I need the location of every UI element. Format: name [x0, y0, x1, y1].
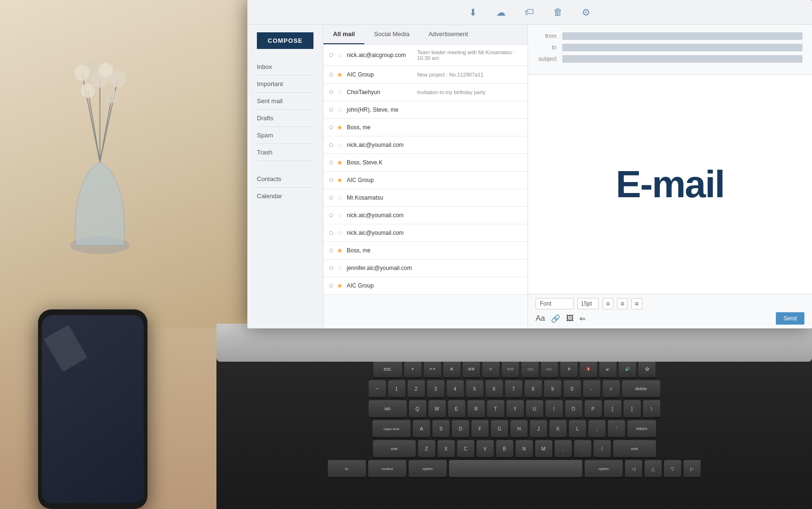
align-center-button[interactable]: ≡ — [617, 298, 627, 309]
key-1[interactable]: 1 — [388, 380, 405, 397]
sidebar-item-drafts[interactable]: Drafts — [257, 110, 313, 127]
key-rbracket[interactable]: ] — [624, 400, 641, 417]
key-f4[interactable]: ⊞⊞ — [463, 360, 480, 377]
font-size-selector[interactable] — [577, 298, 599, 309]
sidebar-item-inbox[interactable]: Inbox — [257, 58, 313, 76]
key-y[interactable]: Y — [507, 400, 524, 417]
star-icon[interactable]: ☆ — [337, 141, 343, 149]
key-equals[interactable]: = — [603, 380, 620, 397]
tab-advertisement[interactable]: Advertisement — [419, 25, 478, 44]
settings-icon[interactable]: ⚙ — [582, 7, 590, 18]
star-icon[interactable]: ☆ — [337, 88, 343, 96]
key-3[interactable]: 3 — [427, 380, 444, 397]
cloud-icon[interactable]: ☁ — [496, 7, 506, 18]
key-esc[interactable]: esc — [373, 360, 402, 377]
key-right[interactable]: ▷ — [684, 460, 701, 477]
key-power[interactable]: ⏻ — [638, 360, 655, 377]
key-slash[interactable]: / — [594, 440, 611, 457]
key-fn[interactable]: fn — [328, 460, 366, 477]
key-f3[interactable]: ⊞ — [443, 360, 460, 377]
key-alt[interactable]: option — [409, 460, 447, 477]
key-q[interactable]: Q — [409, 400, 426, 417]
key-quote[interactable]: ' — [608, 420, 625, 437]
download-icon[interactable]: ⬇ — [469, 7, 477, 18]
key-f6[interactable]: ⊙⊙ — [502, 360, 519, 377]
align-right-button[interactable]: ≡ — [631, 298, 642, 309]
email-row[interactable]: ☆ nick.aic@aicgroup.com Team leader meet… — [323, 45, 528, 66]
key-r[interactable]: R — [468, 400, 485, 417]
key-f11[interactable]: 🔉 — [599, 360, 616, 377]
tag-icon[interactable]: 🏷 — [525, 7, 534, 18]
email-row[interactable]: ★ AIC Group — [323, 172, 528, 189]
trash-icon[interactable]: 🗑 — [553, 7, 563, 18]
key-c[interactable]: C — [457, 440, 474, 457]
email-row[interactable]: ★ AIC Group — [323, 277, 528, 295]
key-backspace[interactable]: delete — [622, 380, 660, 397]
send-button[interactable]: Send — [776, 312, 804, 325]
key-semicolon[interactable]: ; — [588, 420, 606, 437]
key-9[interactable]: 9 — [544, 380, 561, 397]
star-icon[interactable]: ☆ — [337, 194, 343, 202]
key-left[interactable]: ◁ — [625, 460, 642, 477]
star-icon[interactable]: ☆ — [337, 51, 343, 59]
email-row[interactable]: ☆ nick.aic@youmail.com — [323, 207, 528, 224]
to-input[interactable] — [562, 44, 802, 51]
star-icon[interactable]: ★ — [337, 124, 343, 131]
key-0[interactable]: 0 — [564, 380, 581, 397]
key-f5[interactable]: ⊙ — [482, 360, 499, 377]
key-z[interactable]: Z — [418, 440, 435, 457]
key-d[interactable]: D — [452, 420, 469, 437]
email-row[interactable]: ★ AIC Group New project : No.112907a11 — [323, 66, 528, 84]
key-t[interactable]: T — [487, 400, 504, 417]
star-icon[interactable]: ☆ — [337, 211, 343, 219]
key-4[interactable]: 4 — [447, 380, 464, 397]
sidebar-item-trash[interactable]: Trash — [257, 144, 313, 161]
share-icon[interactable]: ⇐ — [579, 314, 586, 323]
sidebar-item-important[interactable]: Important — [257, 76, 313, 93]
key-backtick[interactable]: ~ — [369, 380, 386, 397]
image-icon[interactable]: 🖼 — [566, 314, 574, 323]
key-capslock[interactable]: caps lock — [372, 420, 411, 437]
tab-social-media[interactable]: Social Media — [364, 25, 419, 44]
compose-body[interactable]: E-mail — [528, 75, 812, 294]
key-m[interactable]: M — [535, 440, 552, 457]
key-f9[interactable]: ⏸ — [560, 360, 577, 377]
key-2[interactable]: 2 — [408, 380, 425, 397]
key-u[interactable]: U — [526, 400, 543, 417]
key-o[interactable]: O — [565, 400, 582, 417]
star-icon[interactable]: ★ — [337, 282, 343, 289]
key-ralt[interactable]: option — [585, 460, 623, 477]
sidebar-item-sentmail[interactable]: Sent mail — [257, 93, 313, 110]
star-icon[interactable]: ★ — [337, 71, 343, 78]
key-f8[interactable]: ▷▷ — [541, 360, 558, 377]
key-f10[interactable]: 🔇 — [580, 360, 597, 377]
key-comma[interactable]: , — [555, 440, 572, 457]
key-v[interactable]: V — [477, 440, 494, 457]
email-row[interactable]: ☆ Mr.Kosamatsu — [323, 189, 528, 207]
key-p[interactable]: P — [585, 400, 602, 417]
email-row[interactable]: ★ Boss, me — [323, 242, 528, 259]
star-icon[interactable]: ★ — [337, 176, 343, 184]
key-ctrl[interactable]: control — [368, 460, 406, 477]
key-g[interactable]: G — [491, 420, 508, 437]
email-row[interactable]: ☆ jennifer.aic@youmail.com — [323, 259, 528, 277]
key-l[interactable]: L — [569, 420, 586, 437]
sidebar-item-spam[interactable]: Spam — [257, 127, 313, 144]
star-icon[interactable]: ★ — [337, 159, 343, 166]
star-icon[interactable]: ☆ — [337, 229, 343, 237]
key-s[interactable]: S — [432, 420, 450, 437]
key-minus[interactable]: - — [583, 380, 600, 397]
key-tab[interactable]: tab — [369, 400, 407, 417]
from-input[interactable] — [562, 32, 802, 40]
key-period[interactable]: . — [574, 440, 591, 457]
email-row[interactable]: ☆ nick.aic@youmail.com — [323, 136, 528, 154]
key-6[interactable]: 6 — [486, 380, 503, 397]
key-f2[interactable]: ☀☀ — [424, 360, 441, 377]
star-icon[interactable]: ★ — [337, 247, 343, 254]
font-selector[interactable] — [536, 298, 574, 309]
key-down[interactable]: ▽ — [664, 460, 681, 477]
star-icon[interactable]: ☆ — [337, 264, 343, 272]
key-a[interactable]: A — [413, 420, 430, 437]
email-row[interactable]: ☆ john(HR), Steve, me — [323, 101, 528, 119]
key-rshift[interactable]: shift — [613, 440, 656, 457]
